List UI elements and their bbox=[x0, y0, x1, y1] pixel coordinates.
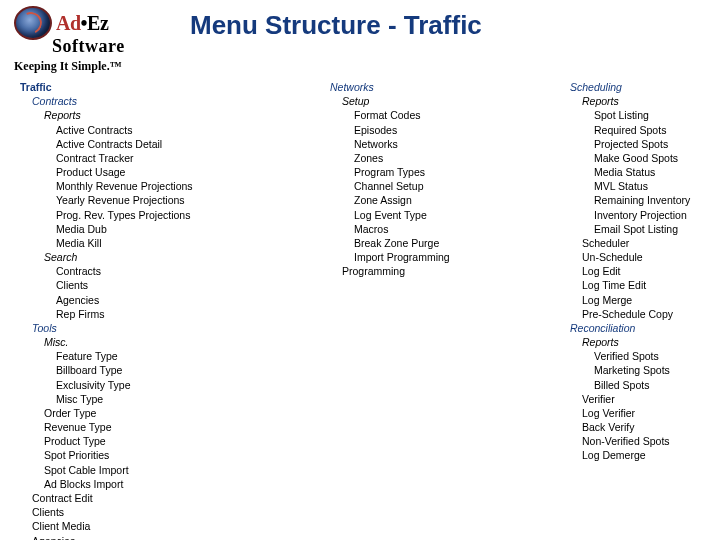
item: Non-Verified Spots bbox=[582, 434, 720, 448]
item: Spot Priorities bbox=[44, 448, 240, 462]
header-traffic: Traffic bbox=[20, 80, 240, 94]
item: Feature Type bbox=[56, 349, 240, 363]
item: Product Type bbox=[44, 434, 240, 448]
column-traffic: Traffic Contracts Reports Active Contrac… bbox=[20, 80, 240, 540]
group-networks: Networks bbox=[330, 80, 510, 94]
item: Log Edit bbox=[582, 264, 720, 278]
logo-ad: Ad bbox=[56, 12, 81, 34]
logo-block: Ad•Ez Software Keeping It Simple.™ bbox=[14, 6, 125, 74]
item: Remaining Inventory bbox=[594, 193, 720, 207]
item: Clients bbox=[56, 278, 240, 292]
group-reconciliation: Reconciliation bbox=[570, 321, 720, 335]
item: Zone Assign bbox=[354, 193, 510, 207]
item: Media Status bbox=[594, 165, 720, 179]
subgroup-sched-reports: Reports bbox=[582, 94, 720, 108]
item: Order Type bbox=[44, 406, 240, 420]
item: Projected Spots bbox=[594, 137, 720, 151]
item: Clients bbox=[32, 505, 240, 519]
item: Active Contracts Detail bbox=[56, 137, 240, 151]
item: Networks bbox=[354, 137, 510, 151]
item: Product Usage bbox=[56, 165, 240, 179]
item: Marketing Spots bbox=[594, 363, 720, 377]
item: Monthly Revenue Projections bbox=[56, 179, 240, 193]
item: Media Dub bbox=[56, 222, 240, 236]
item: Contract Edit bbox=[32, 491, 240, 505]
subgroup-setup: Setup bbox=[342, 94, 510, 108]
item: Media Kill bbox=[56, 236, 240, 250]
item: Un-Schedule bbox=[582, 250, 720, 264]
page-title: Menu Structure - Traffic bbox=[190, 10, 482, 41]
item: Log Demerge bbox=[582, 448, 720, 462]
item: MVL Status bbox=[594, 179, 720, 193]
item: Episodes bbox=[354, 123, 510, 137]
group-tools: Tools bbox=[32, 321, 240, 335]
item: Spot Listing bbox=[594, 108, 720, 122]
item: Pre-Schedule Copy bbox=[582, 307, 720, 321]
item: Exclusivity Type bbox=[56, 378, 240, 392]
item: Make Good Spots bbox=[594, 151, 720, 165]
subgroup-recon-reports: Reports bbox=[582, 335, 720, 349]
item: Inventory Projection bbox=[594, 208, 720, 222]
item: Rep Firms bbox=[56, 307, 240, 321]
item: Log Verifier bbox=[582, 406, 720, 420]
item: Yearly Revenue Projections bbox=[56, 193, 240, 207]
item: Verified Spots bbox=[594, 349, 720, 363]
column-scheduling: Scheduling Reports Spot Listing Required… bbox=[570, 80, 720, 540]
item: Agencies bbox=[56, 293, 240, 307]
item: Import Programming bbox=[354, 250, 510, 264]
item: Log Time Edit bbox=[582, 278, 720, 292]
logo-top-row: Ad•Ez bbox=[14, 6, 125, 40]
group-scheduling: Scheduling bbox=[570, 80, 720, 94]
item: Billboard Type bbox=[56, 363, 240, 377]
item: Revenue Type bbox=[44, 420, 240, 434]
menu-columns: Traffic Contracts Reports Active Contrac… bbox=[20, 80, 700, 540]
item: Format Codes bbox=[354, 108, 510, 122]
item: Log Event Type bbox=[354, 208, 510, 222]
item: Channel Setup bbox=[354, 179, 510, 193]
item: Ad Blocks Import bbox=[44, 477, 240, 491]
item: Prog. Rev. Types Projections bbox=[56, 208, 240, 222]
logo-ez: Ez bbox=[87, 12, 108, 34]
item: Contracts bbox=[56, 264, 240, 278]
item: Agencies bbox=[32, 534, 240, 541]
item: Scheduler bbox=[582, 236, 720, 250]
item-programming: Programming bbox=[342, 264, 510, 278]
item: Macros bbox=[354, 222, 510, 236]
item: Log Merge bbox=[582, 293, 720, 307]
item: Spot Cable Import bbox=[44, 463, 240, 477]
logo-tagline: Keeping It Simple.™ bbox=[14, 59, 125, 74]
subgroup-reports: Reports bbox=[44, 108, 240, 122]
logo-text-line2: Software bbox=[52, 36, 125, 57]
item: Contract Tracker bbox=[56, 151, 240, 165]
logo-text-line1: Ad•Ez bbox=[56, 12, 108, 35]
item: Program Types bbox=[354, 165, 510, 179]
item: Client Media bbox=[32, 519, 240, 533]
item: Misc Type bbox=[56, 392, 240, 406]
subgroup-misc: Misc. bbox=[44, 335, 240, 349]
column-networks: Networks Setup Format Codes Episodes Net… bbox=[330, 80, 510, 540]
subgroup-search: Search bbox=[44, 250, 240, 264]
item: Required Spots bbox=[594, 123, 720, 137]
item: Active Contracts bbox=[56, 123, 240, 137]
group-contracts: Contracts bbox=[32, 94, 240, 108]
item: Back Verify bbox=[582, 420, 720, 434]
item: Break Zone Purge bbox=[354, 236, 510, 250]
item: Zones bbox=[354, 151, 510, 165]
item: Email Spot Listing bbox=[594, 222, 720, 236]
logo-swirl-icon bbox=[14, 6, 52, 40]
item: Verifier bbox=[582, 392, 720, 406]
item: Billed Spots bbox=[594, 378, 720, 392]
